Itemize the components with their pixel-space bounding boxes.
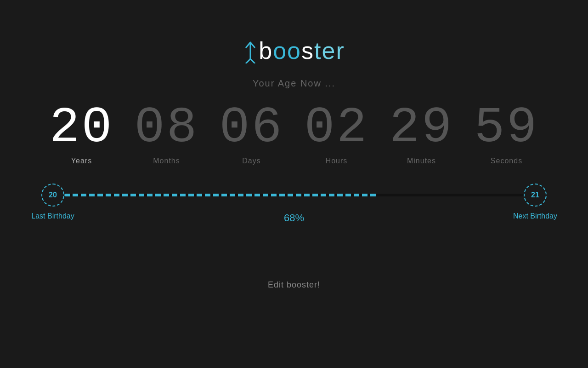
age-years-unit: 20 Years — [39, 103, 124, 165]
age-years-value: 20 — [49, 103, 113, 153]
logo-s: s — [301, 37, 314, 64]
progress-percent: 68% — [284, 212, 304, 224]
progress-labels-row: Last Birthday 68% Next Birthday — [41, 212, 547, 220]
subtitle: Your Age Now ... — [253, 78, 335, 89]
svg-line-2 — [250, 59, 255, 63]
age-months-value: 08 — [134, 103, 198, 153]
last-birthday-circle: 20 — [41, 184, 64, 207]
age-seconds-unit: 59 Seconds — [464, 103, 549, 165]
age-months-label: Months — [153, 157, 180, 165]
age-months-unit: 08 Months — [124, 103, 209, 165]
logo-arrow-icon — [243, 37, 258, 64]
age-minutes-value: 29 — [389, 103, 453, 153]
age-hours-value: 02 — [304, 103, 368, 153]
age-minutes-unit: 29 Minutes — [379, 103, 464, 165]
age-days-label: Days — [242, 157, 260, 165]
age-days-unit: 06 Days — [209, 103, 294, 165]
logo-b: b — [259, 37, 273, 64]
age-hours-unit: 02 Hours — [294, 103, 379, 165]
age-years-label: Years — [71, 157, 92, 165]
progress-fill — [64, 194, 377, 196]
progress-row: 20 21 — [41, 184, 547, 207]
next-birthday-label: Next Birthday — [498, 212, 572, 220]
edit-button[interactable]: Edit booster! — [268, 280, 320, 290]
age-days-value: 06 — [219, 103, 283, 153]
svg-line-1 — [246, 59, 250, 63]
logo-oo: oo — [273, 37, 301, 64]
age-minutes-label: Minutes — [407, 157, 436, 165]
age-display: 20 Years 08 Months 06 Days 02 Hours 29 M… — [39, 103, 549, 165]
logo-ter: ter — [314, 37, 345, 64]
last-birthday-label: Last Birthday — [16, 212, 90, 220]
progress-track — [64, 194, 524, 196]
age-hours-label: Hours — [326, 157, 348, 165]
progress-area: 20 21 Last Birthday 68% Next Birthday — [41, 184, 547, 220]
age-seconds-label: Seconds — [491, 157, 522, 165]
logo: booster — [243, 37, 345, 64]
age-seconds-value: 59 — [474, 103, 538, 153]
next-birthday-circle: 21 — [524, 184, 547, 207]
